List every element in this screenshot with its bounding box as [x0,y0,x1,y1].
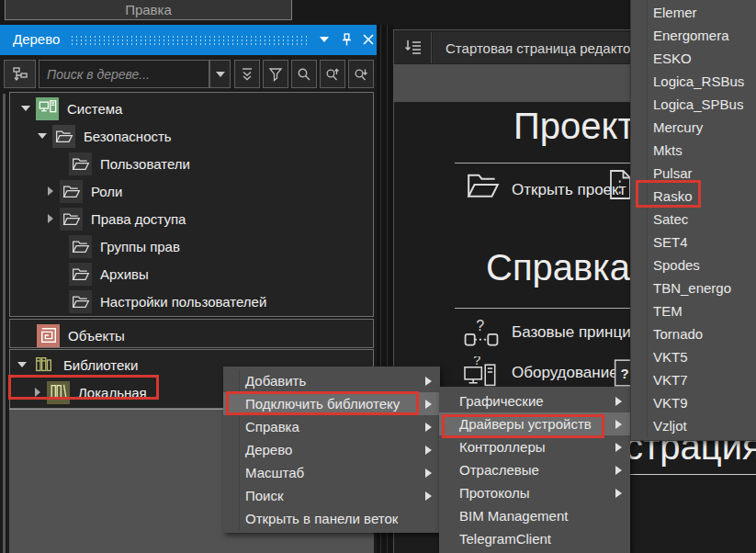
tree-item-user-settings[interactable]: Настройки пользователей [10,288,373,315]
expand-all-button[interactable] [234,60,260,88]
tree-item-users[interactable]: Пользователи [10,150,373,177]
driver-item-mkts[interactable]: Mkts [631,139,756,162]
tree-panel-title: Дерево [13,31,60,47]
system-icon [36,97,59,120]
pin-icon[interactable] [338,30,355,49]
menu-item-scale[interactable]: Масштаб [223,461,440,484]
basic-principles-icon[interactable]: ? [464,317,499,350]
menu-item-add[interactable]: Добавить [223,369,440,392]
driver-item-elemer[interactable]: Elemer [631,1,756,24]
driver-item-mercury[interactable]: Mercury [631,116,756,139]
tab-start-page-label: Стартовая страница редактора [433,40,646,56]
menu-item-connect-library[interactable]: Подключить библиотеку [223,392,440,415]
tree-panel-titlebar[interactable]: Дерево [0,25,377,55]
expander-open-icon[interactable] [38,133,47,139]
device-drivers-submenu: Elemer Energomera ESKO Logica_RSBus Logi… [630,0,756,441]
folder-icon [69,152,92,175]
expander-open-icon[interactable] [17,362,27,367]
submenu-item-device-drivers[interactable]: Драйверы устройств [439,412,630,435]
menu-item-help[interactable]: Справка [223,415,440,438]
tree-item-system[interactable]: Система [10,95,373,122]
local-library-icon [47,381,70,404]
submenu-item-industry[interactable]: Отраслевые [439,458,630,481]
search-button[interactable] [291,60,317,88]
driver-item-spodes[interactable]: Spodes [631,254,756,276]
edit-menu-label: Правка [125,2,172,17]
folder-icon [60,180,83,203]
drag-handle-dots[interactable] [70,35,310,46]
menu-item-search[interactable]: Поиск [223,484,440,507]
help-section-heading: Справка [486,247,630,288]
objects-icon [37,324,60,347]
open-folder-icon[interactable] [466,170,501,203]
tree-context-menu: Добавить Подключить библиотеку Справка Д… [223,367,440,533]
expander-closed-icon[interactable] [48,186,53,196]
tree-group-system: Система Безопасность Пользователи [9,92,374,317]
search-up-button[interactable] [320,60,345,88]
driver-item-energomera[interactable]: Energomera [631,24,756,47]
filter-icon[interactable] [263,60,288,88]
driver-item-tornado[interactable]: Tornado [631,322,756,345]
tree-item-rights-groups[interactable]: Группы прав [10,232,373,260]
svg-text:?: ? [476,318,484,333]
tree-item-security[interactable]: Безопасность [10,122,373,150]
submenu-item-telegram-client[interactable]: TelegramClient [439,527,630,550]
driver-item-vkt5[interactable]: VKT5 [631,345,756,368]
new-project-page-icon[interactable] [608,168,633,205]
tree-item-roles[interactable]: Роли [10,177,373,205]
expander-closed-icon[interactable] [35,388,40,397]
expander-open-icon[interactable] [21,106,30,111]
panel-menu-chevron-down-icon[interactable] [316,30,333,49]
folder-icon [52,125,75,148]
driver-item-tbn-energo[interactable]: TBN_energo [631,276,756,299]
driver-item-vkt9[interactable]: VKT9 [631,391,756,414]
edit-menu-button[interactable]: Правка [5,0,292,20]
folder-icon [69,263,92,286]
libraries-icon [32,354,55,377]
tree-item-objects[interactable]: Объекты [10,322,373,349]
close-icon[interactable] [360,30,377,49]
search-dropdown-button[interactable] [209,60,231,88]
driver-item-pulsar[interactable]: Pulsar [631,162,756,185]
driver-item-satec[interactable]: Satec [631,208,756,231]
equipment-link[interactable]: Оборудование [512,364,618,382]
menu-item-tree[interactable]: Дерево [223,438,440,461]
tree-toolbar [0,57,377,91]
tab-list-button[interactable] [395,32,432,63]
driver-item-rasko[interactable]: Rasko [631,185,756,208]
svg-text:?: ? [473,356,480,367]
svg-text:?: ? [620,366,628,381]
screenshot-root: Правка Дерево [0,0,756,553]
driver-item-tem[interactable]: TEM [631,299,756,322]
search-input[interactable] [39,60,209,88]
folder-icon [69,235,92,258]
submenu-item-graphic[interactable]: Графические [439,389,630,412]
tree-scrollbar[interactable] [3,94,6,553]
tree-options-button[interactable] [4,60,36,88]
expander-closed-icon[interactable] [48,214,53,223]
folder-icon [69,290,92,313]
project-section-heading: Проект [513,106,635,147]
menu-item-open-branch-panel[interactable]: Открыть в панели веток [223,507,440,530]
driver-item-vkt7[interactable]: VKT7 [631,368,756,391]
tree-group-objects: Объекты [9,319,374,348]
search-down-button[interactable] [348,60,374,88]
tree-item-access-rights[interactable]: Права доступа [10,205,373,232]
library-type-submenu: Графические Драйверы устройств Контролле… [439,387,630,553]
submenu-item-protocols[interactable]: Протоколы [439,481,630,504]
driver-item-logica-spbus[interactable]: Logica_SPBus [631,93,756,116]
driver-item-logica-rsbus[interactable]: Logica_RSBus [631,70,756,93]
tree-item-archives[interactable]: Архивы [10,260,373,288]
driver-item-set4[interactable]: SET4 [631,231,756,254]
submenu-item-bim-management[interactable]: BIM Management [439,504,630,527]
driver-item-esko[interactable]: ESKO [631,47,756,70]
driver-item-vzljot[interactable]: Vzljot [631,414,756,437]
submenu-item-controllers[interactable]: Контроллеры [439,435,630,458]
folder-icon [60,208,83,231]
